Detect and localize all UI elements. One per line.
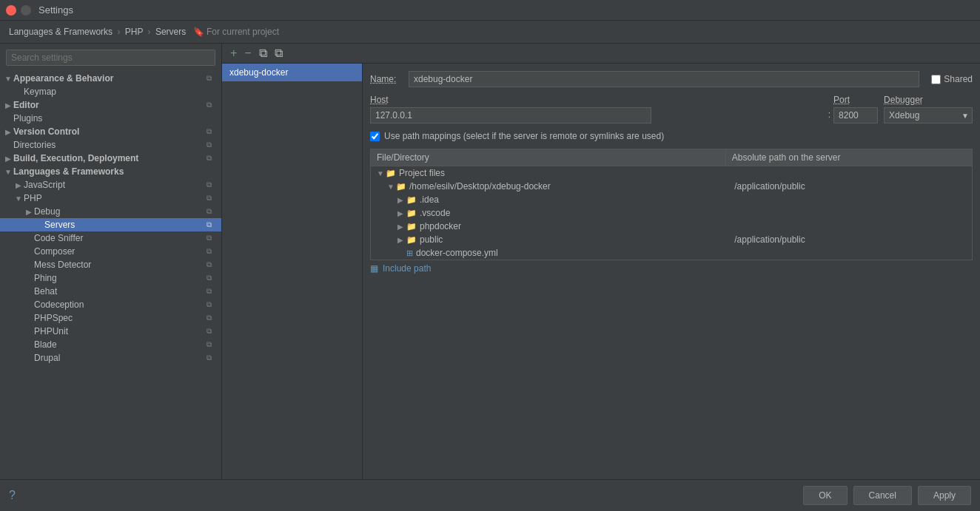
sidebar-item-label: Appearance & Behavior	[13, 73, 207, 84]
search-input[interactable]	[6, 50, 215, 66]
bottom-bar: ? OK Cancel Apply	[0, 479, 980, 511]
copy-icon: ⧉	[207, 327, 218, 336]
copy-icon: ⧉	[207, 141, 218, 149]
host-input[interactable]	[370, 107, 651, 123]
sidebar-item-appearance[interactable]: ▼ Appearance & Behavior ⧉	[0, 72, 221, 85]
server-toolbar: + − ⧉ ⧉	[222, 44, 980, 64]
breadcrumb-part1: Languages & Frameworks	[9, 27, 113, 37]
file-label: public	[420, 234, 443, 245]
sidebar-item-behat[interactable]: Behat ⧉	[0, 285, 221, 298]
sidebar-item-servers[interactable]: Servers ⧉	[0, 218, 221, 231]
sidebar-item-label: Directories	[13, 140, 207, 150]
apply-button[interactable]: Apply	[918, 486, 971, 505]
close-button[interactable]	[6, 5, 16, 16]
abs-path-cell	[725, 206, 972, 220]
arrow-icon: ▶	[3, 155, 13, 163]
sidebar-item-label: PHPSpec	[34, 313, 207, 323]
move-server-button[interactable]: ⧉	[272, 47, 285, 60]
table-row[interactable]: ▼ 📁 /home/esilv/Desktop/xdebug-docker	[371, 180, 973, 193]
sidebar-item-label: Debug	[34, 206, 207, 217]
sidebar-item-label: Editor	[13, 100, 207, 110]
sidebar-item-label: Build, Execution, Deployment	[13, 153, 207, 163]
tree-arrow-icon: ▶	[397, 196, 406, 204]
table-row[interactable]: ▼ 📁 Project files	[371, 166, 973, 180]
include-path-label: Include path	[383, 263, 431, 274]
debugger-select[interactable]: Xdebug Zend Debugger	[885, 108, 959, 123]
sidebar-item-version-control[interactable]: ▶ Version Control ⧉	[0, 125, 221, 138]
path-mappings-checkbox[interactable]	[370, 132, 380, 141]
name-label: Name:	[370, 74, 403, 84]
server-list-pane: xdebug-docker	[222, 64, 363, 479]
copy-icon: ⧉	[207, 101, 218, 109]
port-label: Port	[833, 95, 878, 105]
abs-path-cell	[725, 166, 972, 180]
copy-server-button[interactable]: ⧉	[257, 47, 269, 60]
abs-path-input[interactable]	[731, 234, 966, 245]
sidebar-item-label: Blade	[34, 339, 207, 350]
sidebar-item-plugins[interactable]: Plugins	[0, 112, 221, 125]
table-row[interactable]: ▶ 📁 .vscode	[371, 206, 973, 220]
sidebar-item-editor[interactable]: ▶ Editor ⧉	[0, 98, 221, 112]
search-box[interactable]	[0, 47, 221, 69]
table-row[interactable]: ⊞ docker-compose.yml	[371, 246, 973, 260]
debugger-section: Debugger Xdebug Zend Debugger ▼	[884, 95, 973, 123]
sidebar-item-composer[interactable]: Composer ⧉	[0, 245, 221, 258]
add-server-button[interactable]: +	[228, 47, 239, 60]
breadcrumb-part2: PHP	[125, 27, 143, 37]
server-config-pane: Name: Shared Host :	[363, 64, 980, 479]
sidebar-item-label: Phing	[34, 273, 207, 283]
folder-icon: 📁	[406, 209, 417, 218]
sidebar-item-phpunit[interactable]: PHPUnit ⧉	[0, 325, 221, 338]
ok-button[interactable]: OK	[803, 486, 847, 505]
file-icon: ⊞	[406, 248, 413, 258]
table-row[interactable]: ▶ 📁 phpdocker	[371, 220, 973, 233]
sidebar-item-blade[interactable]: Blade ⧉	[0, 338, 221, 351]
name-row: Name: Shared	[370, 71, 973, 87]
table-row[interactable]: ▶ 📁 public	[371, 233, 973, 246]
sidebar-item-languages-frameworks[interactable]: ▼ Languages & Frameworks	[0, 165, 221, 178]
server-list-item[interactable]: xdebug-docker	[222, 64, 362, 81]
path-mappings-row: Use path mappings (select if the server …	[370, 131, 973, 141]
copy-icon: ⧉	[207, 260, 218, 269]
sidebar-item-label: Languages & Frameworks	[13, 166, 221, 177]
table-row[interactable]: ▶ 📁 .idea	[371, 193, 973, 206]
name-input[interactable]	[409, 71, 919, 87]
breadcrumb-part3: Servers	[155, 27, 186, 37]
sidebar-item-php[interactable]: ▼ PHP ⧉	[0, 192, 221, 205]
copy-icon: ⧉	[207, 74, 218, 83]
sidebar-item-label: Version Control	[13, 126, 207, 137]
sidebar-item-keymap[interactable]: Keymap	[0, 85, 221, 98]
sidebar-item-label: Composer	[34, 246, 207, 257]
sidebar-item-debug[interactable]: ▶ Debug ⧉	[0, 205, 221, 218]
port-input[interactable]	[833, 107, 878, 123]
sidebar-item-phpspec[interactable]: PHPSpec ⧉	[0, 311, 221, 325]
abs-path-cell[interactable]	[725, 233, 972, 246]
cancel-button[interactable]: Cancel	[853, 486, 912, 505]
sidebar-item-code-sniffer[interactable]: Code Sniffer ⧉	[0, 231, 221, 245]
include-path-row[interactable]: ▦ Include path	[370, 260, 973, 277]
abs-path-input[interactable]	[731, 181, 966, 192]
port-section: Port	[833, 95, 878, 123]
folder-icon: 📁	[406, 235, 417, 245]
sidebar-item-drupal[interactable]: Drupal ⧉	[0, 351, 221, 365]
sidebar-item-codeception[interactable]: Codeception ⧉	[0, 298, 221, 311]
remove-server-button[interactable]: −	[242, 47, 253, 60]
sidebar-item-javascript[interactable]: ▶ JavaScript ⧉	[0, 178, 221, 192]
abs-path-cell[interactable]	[725, 180, 972, 193]
host-section: Host	[370, 95, 825, 123]
arrow-icon: ▶	[13, 181, 24, 189]
shared-checkbox[interactable]	[931, 75, 941, 84]
arrow-icon: ▶	[3, 101, 13, 109]
sidebar-item-phing[interactable]: Phing ⧉	[0, 271, 221, 285]
minimize-button[interactable]	[21, 5, 31, 16]
sidebar-item-build[interactable]: ▶ Build, Execution, Deployment ⧉	[0, 152, 221, 165]
sidebar: ▼ Appearance & Behavior ⧉ Keymap ▶ Edito…	[0, 44, 222, 479]
debugger-select-wrapper: Xdebug Zend Debugger ▼	[884, 107, 973, 123]
right-panel: + − ⧉ ⧉ xdebug-docker Name:	[222, 44, 980, 479]
help-icon[interactable]: ?	[9, 489, 16, 502]
sidebar-item-label: PHP	[24, 193, 207, 203]
folder-icon: 📁	[396, 182, 406, 192]
sidebar-item-mess-detector[interactable]: Mess Detector ⧉	[0, 258, 221, 271]
sidebar-item-directories[interactable]: Directories ⧉	[0, 138, 221, 152]
copy-icon: ⧉	[207, 234, 218, 243]
